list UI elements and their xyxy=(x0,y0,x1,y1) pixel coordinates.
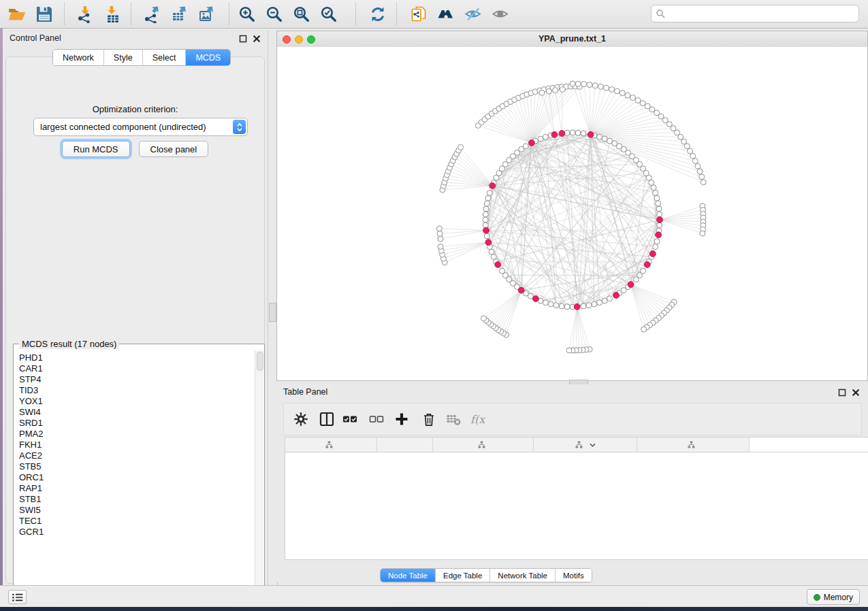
graph-hub-node[interactable] xyxy=(529,140,535,146)
graph-ring-node[interactable] xyxy=(586,303,592,308)
graph-leaf-node[interactable] xyxy=(630,95,636,101)
graph-hub-node[interactable] xyxy=(649,251,656,257)
export-network-button[interactable] xyxy=(143,4,163,24)
mcds-result-scrollbar[interactable] xyxy=(255,350,263,594)
graph-ring-node[interactable] xyxy=(656,206,662,212)
graph-leaf-node[interactable] xyxy=(635,98,641,103)
column-header-predecessor-nodes[interactable] xyxy=(637,437,750,452)
graph-ring-node[interactable] xyxy=(654,239,660,244)
mcds-result-item[interactable]: TEC1 xyxy=(14,516,255,527)
save-button[interactable] xyxy=(34,4,54,24)
graph-ring-node[interactable] xyxy=(651,185,656,191)
graph-ring-node[interactable] xyxy=(483,206,489,212)
tab-motifs[interactable]: Motifs xyxy=(556,569,592,582)
table-row[interactable] xyxy=(285,485,868,496)
graph-hub-node[interactable] xyxy=(551,131,558,137)
tab-node-table[interactable]: Node Table xyxy=(381,569,436,582)
delete-row-button[interactable] xyxy=(421,411,439,427)
mcds-result-item[interactable]: PMA2 xyxy=(14,429,255,440)
network-canvas[interactable] xyxy=(277,47,867,380)
graph-leaf-node[interactable] xyxy=(598,84,603,89)
mcds-result-item[interactable]: ACE2 xyxy=(14,450,255,461)
float-panel-button[interactable] xyxy=(239,34,248,44)
export-image-button[interactable] xyxy=(197,4,218,24)
mcds-result-item[interactable]: PHD1 xyxy=(14,352,255,363)
graph-ring-node[interactable] xyxy=(581,303,586,309)
graph-hub-node[interactable] xyxy=(489,183,496,189)
graph-hub-node[interactable] xyxy=(483,227,489,233)
graph-leaf-node[interactable] xyxy=(539,90,545,95)
graph-leaf-node[interactable] xyxy=(609,86,615,92)
criterion-dropdown[interactable]: largest connected component (undirected) xyxy=(33,118,248,136)
graph-ring-node[interactable] xyxy=(653,190,658,195)
graph-ring-node[interactable] xyxy=(489,249,494,254)
graph-leaf-node[interactable] xyxy=(700,231,705,236)
table-options-gear-button[interactable] xyxy=(293,411,311,427)
graph-leaf-node[interactable] xyxy=(481,316,487,321)
mcds-scrollbar-thumb[interactable] xyxy=(257,352,263,371)
graph-leaf-node[interactable] xyxy=(546,88,551,94)
graph-leaf-node[interactable] xyxy=(625,93,630,98)
graph-hub-node[interactable] xyxy=(559,131,565,137)
tab-network-table[interactable]: Network Table xyxy=(490,569,556,582)
graph-hub-node[interactable] xyxy=(644,262,650,268)
graph-leaf-node[interactable] xyxy=(690,153,696,159)
graph-leaf-node[interactable] xyxy=(437,231,443,237)
table-row[interactable] xyxy=(285,540,868,550)
graph-leaf-node[interactable] xyxy=(560,87,565,93)
graph-leaf-node[interactable] xyxy=(592,83,598,88)
graph-ring-node[interactable] xyxy=(485,195,491,201)
search-field[interactable] xyxy=(651,5,859,22)
graph-hub-node[interactable] xyxy=(656,232,662,238)
graph-ring-node[interactable] xyxy=(597,134,602,139)
graph-ring-node[interactable] xyxy=(543,300,548,306)
mcds-result-item[interactable]: CAR1 xyxy=(14,363,255,374)
graph-hub-node[interactable] xyxy=(588,131,594,137)
search-input[interactable] xyxy=(668,8,854,19)
graph-leaf-node[interactable] xyxy=(553,88,558,93)
vertical-splitter-grip[interactable] xyxy=(269,303,276,322)
select-all-button[interactable] xyxy=(342,411,360,427)
mcds-result-item[interactable]: ORC1 xyxy=(14,472,255,483)
graph-hub-node[interactable] xyxy=(657,217,663,223)
bird-eye-button[interactable] xyxy=(490,4,511,24)
graph-ring-node[interactable] xyxy=(657,222,662,228)
network-graph[interactable] xyxy=(277,47,867,380)
table-row[interactable] xyxy=(285,463,868,474)
graph-leaf-node[interactable] xyxy=(641,327,647,332)
graph-hub-node[interactable] xyxy=(533,296,539,302)
graph-hub-node[interactable] xyxy=(495,262,501,268)
tab-edge-table[interactable]: Edge Table xyxy=(436,569,490,582)
add-row-button[interactable] xyxy=(394,411,412,427)
graph-ring-node[interactable] xyxy=(633,277,639,282)
tab-network[interactable]: Network xyxy=(53,50,104,65)
mcds-result-item[interactable]: SWI5 xyxy=(14,505,255,516)
column-header-name[interactable] xyxy=(377,437,433,452)
tab-mcds[interactable]: MCDS xyxy=(186,50,230,65)
graph-hub-node[interactable] xyxy=(574,303,580,310)
graph-ring-node[interactable] xyxy=(597,300,602,306)
graph-leaf-node[interactable] xyxy=(614,88,620,94)
graph-hub-node[interactable] xyxy=(518,287,524,293)
graph-ring-node[interactable] xyxy=(649,180,654,186)
graph-ring-node[interactable] xyxy=(543,134,548,139)
memory-button[interactable]: Memory xyxy=(807,589,860,605)
graph-ring-node[interactable] xyxy=(484,201,489,206)
mcds-result-item[interactable]: SRD1 xyxy=(14,418,255,429)
table-row[interactable] xyxy=(285,507,868,518)
graph-ring-node[interactable] xyxy=(654,195,660,201)
mcds-result-item[interactable]: STP4 xyxy=(14,374,255,385)
graph-leaf-node[interactable] xyxy=(438,236,443,242)
graph-ring-node[interactable] xyxy=(657,212,662,217)
graph-leaf-node[interactable] xyxy=(701,180,706,185)
graph-ring-node[interactable] xyxy=(491,254,496,260)
graph-ring-node[interactable] xyxy=(483,217,488,222)
open-button[interactable] xyxy=(7,4,27,24)
duplicate-network-button[interactable] xyxy=(408,4,429,24)
graph-ring-node[interactable] xyxy=(564,304,570,310)
zoom-out-button[interactable] xyxy=(264,4,285,24)
graph-leaf-node[interactable] xyxy=(570,81,575,86)
graph-leaf-node[interactable] xyxy=(604,85,609,90)
table-row[interactable] xyxy=(285,529,868,540)
zoom-in-button[interactable] xyxy=(237,4,257,24)
